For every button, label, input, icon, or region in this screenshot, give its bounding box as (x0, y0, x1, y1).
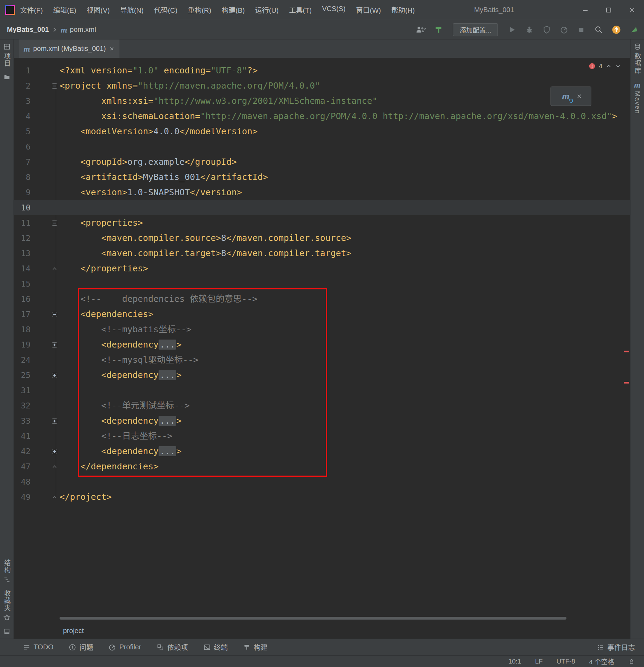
fold-end-icon[interactable] (30, 459, 60, 474)
fold-end-icon[interactable] (30, 489, 60, 505)
fold-plus-icon[interactable] (30, 413, 60, 429)
tool-button-project[interactable]: 项目 (2, 43, 11, 67)
tool-button-structure[interactable]: 结构 (2, 559, 11, 584)
close-button[interactable] (620, 0, 644, 20)
code-line[interactable]: 42 <dependency...> (14, 444, 630, 459)
indent-setting[interactable]: 4 个空格 (589, 657, 614, 666)
code-line[interactable]: 11 <properties> (14, 215, 630, 231)
menu-item[interactable]: 导航(N) (120, 5, 144, 15)
code-line[interactable]: 47 </dependencies> (14, 459, 630, 474)
tool-button-terminal[interactable]: 终端 (203, 642, 228, 652)
code-line[interactable]: 18 <!--mybatis坐标--> (14, 322, 630, 337)
menu-item[interactable]: 构建(B) (222, 5, 245, 15)
code-line[interactable]: 13 <maven.compiler.target>8</maven.compi… (14, 246, 630, 261)
code-line[interactable]: 17 <dependencies> (14, 307, 630, 322)
tool-button-profiler[interactable]: Profiler (108, 643, 141, 651)
code-line[interactable]: 33 <dependency...> (14, 413, 630, 429)
menu-item[interactable]: 重构(R) (188, 5, 211, 15)
tool-button-event-log[interactable]: 事件日志 (597, 642, 635, 652)
build-project-button[interactable] (433, 25, 444, 35)
ide-update-button[interactable] (611, 24, 622, 35)
menu-item[interactable]: VCS(S) (322, 5, 346, 15)
stop-button[interactable] (576, 25, 587, 35)
menu-item[interactable]: 编辑(E) (53, 5, 77, 15)
menu-item[interactable]: 帮助(H) (391, 5, 415, 15)
code-line[interactable]: 16 <!-- dependencies 依赖包的意思--> (14, 291, 630, 307)
line-number: 17 (14, 307, 30, 322)
code-line[interactable]: 4 xsi:schemaLocation="http://maven.apach… (14, 109, 630, 124)
search-everywhere-button[interactable] (593, 25, 604, 35)
code-line[interactable]: 2<project xmlns="http://maven.apache.org… (14, 78, 630, 93)
menu-item[interactable]: 运行(U) (255, 5, 279, 15)
code-line[interactable]: 49</project> (14, 489, 630, 505)
fold-end-icon[interactable] (30, 261, 60, 276)
horizontal-scrollbar[interactable] (60, 617, 566, 620)
code-editor[interactable]: 1<?xml version="1.0" encoding="UTF-8"?>2… (14, 58, 630, 623)
tool-button-todo[interactable]: TODO (23, 643, 53, 651)
fold-minus-icon[interactable] (30, 307, 60, 322)
tab-close-icon[interactable] (109, 46, 115, 52)
code-line[interactable]: 8 <artifactId>MyBatis_001</artifactId> (14, 170, 630, 185)
coverage-button[interactable] (542, 25, 552, 35)
debug-button[interactable] (524, 25, 535, 35)
run-button[interactable] (507, 25, 517, 35)
next-error-icon[interactable] (615, 63, 621, 69)
breadcrumb-file[interactable]: pom.xml (70, 26, 96, 34)
breadcrumb-project[interactable]: MyBatis_001 (7, 26, 49, 34)
error-stripe-mark[interactable] (624, 382, 629, 384)
fold-minus-icon[interactable] (30, 78, 60, 93)
tool-button-dependencies[interactable]: 依赖项 (156, 642, 188, 652)
maven-reload-icon[interactable]: m (560, 90, 572, 102)
breadcrumb-item[interactable]: project (63, 627, 84, 635)
code-line[interactable]: 1<?xml version="1.0" encoding="UTF-8"?> (14, 63, 630, 78)
menu-item[interactable]: 代码(C) (154, 5, 178, 15)
maven-reload-popup[interactable]: m (551, 87, 591, 106)
code-line[interactable]: 41 <!--日志坐标--> (14, 429, 630, 444)
code-line[interactable]: 10 (14, 200, 630, 215)
lock-icon[interactable] (628, 658, 635, 665)
tool-window-switcher[interactable] (3, 628, 11, 635)
code-line[interactable]: 15 (14, 276, 630, 291)
minimize-button[interactable] (573, 0, 597, 20)
fold-plus-icon[interactable] (30, 444, 60, 459)
code-with-me-button[interactable] (629, 25, 639, 35)
code-line[interactable]: 5 <modelVersion>4.0.0</modelVersion> (14, 124, 630, 139)
profile-button[interactable] (559, 25, 569, 35)
code-line[interactable]: 7 <groupId>org.example</groupId> (14, 154, 630, 170)
users-dropdown-button[interactable] (415, 25, 427, 35)
code-line[interactable]: 19 <dependency...> (14, 337, 630, 352)
code-line[interactable]: 6 (14, 139, 630, 154)
tool-button-maven[interactable]: m Maven (634, 81, 641, 114)
error-stripe-mark[interactable] (624, 351, 629, 352)
tab-pom-xml[interactable]: m pom.xml (MyBatis_001) (19, 39, 119, 58)
prev-error-icon[interactable] (606, 63, 612, 69)
tool-button-favorites[interactable]: 收藏夹 (2, 590, 11, 621)
tool-button-problems[interactable]: 问题 (69, 642, 93, 652)
code-line[interactable]: 25 <dependency...> (14, 368, 630, 383)
caret-position[interactable]: 10:1 (508, 658, 521, 665)
tool-button-folder[interactable] (3, 73, 11, 81)
menu-item[interactable]: 工具(T) (289, 5, 312, 15)
menu-item[interactable]: 视图(V) (87, 5, 110, 15)
dismiss-icon[interactable] (576, 93, 582, 99)
maximize-button[interactable] (597, 0, 620, 20)
menu-item[interactable]: 窗口(W) (356, 5, 381, 15)
tool-button-database[interactable]: 数据库 (633, 43, 642, 74)
line-separator[interactable]: LF (535, 658, 543, 665)
file-encoding[interactable]: UTF-8 (556, 658, 575, 665)
code-line[interactable]: 9 <version>1.0-SNAPSHOT</version> (14, 185, 630, 200)
code-line[interactable]: 31 (14, 383, 630, 398)
code-line[interactable]: 32 <!--单元测试坐标--> (14, 398, 630, 413)
fold-minus-icon[interactable] (30, 215, 60, 231)
code-line[interactable]: 3 xmlns:xsi="http://www.w3.org/2001/XMLS… (14, 93, 630, 109)
inspection-widget[interactable]: 4 (589, 62, 621, 70)
fold-plus-icon[interactable] (30, 368, 60, 383)
code-line[interactable]: 12 <maven.compiler.source>8</maven.compi… (14, 231, 630, 246)
menu-item[interactable]: 文件(F) (20, 5, 43, 15)
code-line[interactable]: 48 (14, 474, 630, 489)
code-line[interactable]: 14 </properties> (14, 261, 630, 276)
tool-button-build[interactable]: 构建 (243, 642, 268, 652)
fold-plus-icon[interactable] (30, 337, 60, 352)
add-configuration-button[interactable]: 添加配置... (453, 23, 498, 36)
code-line[interactable]: 24 <!--mysql驱动坐标--> (14, 352, 630, 368)
